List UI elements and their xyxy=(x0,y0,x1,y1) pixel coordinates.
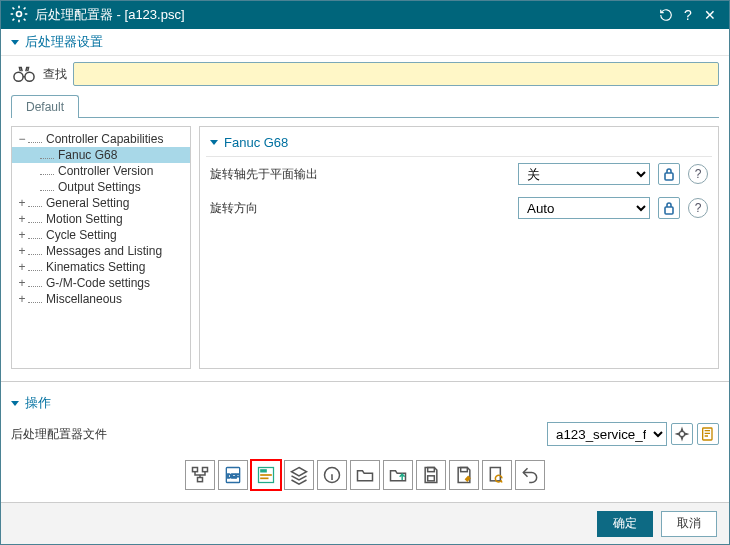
tree-node[interactable]: +Cycle Setting xyxy=(12,227,190,243)
cancel-button[interactable]: 取消 xyxy=(661,511,717,537)
expand-icon[interactable]: + xyxy=(16,212,28,226)
svg-rect-15 xyxy=(260,478,268,480)
flow-icon[interactable] xyxy=(185,460,215,490)
caret-down-icon xyxy=(11,40,19,45)
reload-button[interactable] xyxy=(655,4,677,26)
tree-child-label: Fanuc G68 xyxy=(56,148,119,162)
search-row: 查找 xyxy=(1,56,729,92)
expand-icon[interactable]: + xyxy=(16,244,28,258)
tree-node-label: G-/M-Code settings xyxy=(44,276,152,290)
open-file-button[interactable] xyxy=(697,423,719,445)
caret-down-icon xyxy=(210,140,218,145)
prop-label: 旋转方向 xyxy=(210,200,510,217)
def-icon[interactable]: DEF xyxy=(218,460,248,490)
lock-button[interactable] xyxy=(658,163,680,185)
tab-default[interactable]: Default xyxy=(11,95,79,118)
svg-point-0 xyxy=(17,11,22,16)
window-title: 后处理配置器 - [a123.psc] xyxy=(35,6,655,24)
svg-point-5 xyxy=(679,431,684,436)
prop-label: 旋转轴先于平面输出 xyxy=(210,166,510,183)
tree-root-label: Controller Capabilities xyxy=(44,132,165,146)
revert-icon[interactable] xyxy=(482,460,512,490)
tree-child-label: Controller Version xyxy=(56,164,155,178)
save-icon[interactable] xyxy=(416,460,446,490)
layers-icon[interactable] xyxy=(284,460,314,490)
close-button[interactable]: ✕ xyxy=(699,4,721,26)
file-row: 后处理配置器文件 a123_service_fanuc.t xyxy=(11,416,719,452)
help-icon[interactable]: ? xyxy=(688,198,708,218)
expand-icon[interactable]: + xyxy=(16,228,28,242)
caret-down-icon xyxy=(11,401,19,406)
toolbar: DEF xyxy=(11,452,719,502)
svg-rect-3 xyxy=(665,173,673,180)
help-button[interactable]: ? xyxy=(677,4,699,26)
undo-icon[interactable] xyxy=(515,460,545,490)
expand-icon[interactable]: + xyxy=(16,292,28,306)
tree-node-label: General Setting xyxy=(44,196,131,210)
collapse-icon[interactable]: − xyxy=(16,132,28,146)
svg-rect-9 xyxy=(198,478,203,482)
tree-node-root[interactable]: − Controller Capabilities xyxy=(12,131,190,147)
tree-node[interactable]: +Motion Setting xyxy=(12,211,190,227)
svg-rect-8 xyxy=(203,468,208,472)
tabs: Default xyxy=(1,94,729,117)
titlebar: 后处理配置器 - [a123.psc] ? ✕ xyxy=(1,1,729,29)
prop-row-rotation-direction: 旋转方向 Auto ? xyxy=(206,191,712,225)
settings-header-label: 后处理器设置 xyxy=(25,33,103,51)
svg-point-1 xyxy=(14,72,23,81)
tree-node[interactable]: +Messages and Listing xyxy=(12,243,190,259)
prop-row-rotation-before-plane: 旋转轴先于平面输出 关 ? xyxy=(206,157,712,191)
folder-export-icon[interactable] xyxy=(383,460,413,490)
footer: 确定 取消 xyxy=(1,502,729,544)
tree-node-label: Motion Setting xyxy=(44,212,125,226)
tree-node[interactable]: +Kinematics Setting xyxy=(12,259,190,275)
svg-text:DEF: DEF xyxy=(227,473,239,479)
tree-node[interactable]: +Miscellaneous xyxy=(12,291,190,307)
tree[interactable]: − Controller Capabilities Fanuc G68 Cont… xyxy=(11,126,191,369)
rotation-direction-select[interactable]: Auto xyxy=(518,197,650,219)
detail-panel: Fanuc G68 旋转轴先于平面输出 关 ? 旋转方向 Auto ? xyxy=(199,126,719,369)
tree-node-label: Miscellaneous xyxy=(44,292,124,306)
tree-node[interactable]: +G-/M-Code settings xyxy=(12,275,190,291)
svg-rect-13 xyxy=(260,469,267,472)
info-icon[interactable] xyxy=(317,460,347,490)
svg-point-2 xyxy=(25,72,34,81)
save-as-icon[interactable] xyxy=(449,460,479,490)
ops-header-label: 操作 xyxy=(25,394,51,412)
help-icon[interactable]: ? xyxy=(688,164,708,184)
svg-rect-14 xyxy=(260,474,272,476)
svg-rect-7 xyxy=(193,468,198,472)
expand-icon[interactable]: + xyxy=(16,260,28,274)
expand-icon[interactable]: + xyxy=(16,276,28,290)
tree-node-output-settings[interactable]: Output Settings xyxy=(12,179,190,195)
postprocessor-file-select[interactable]: a123_service_fanuc.t xyxy=(547,422,667,446)
svg-rect-19 xyxy=(461,468,468,472)
folder-icon[interactable] xyxy=(350,460,380,490)
file-label: 后处理配置器文件 xyxy=(11,426,351,443)
detail-title: Fanuc G68 xyxy=(224,135,288,150)
tree-node-label: Cycle Setting xyxy=(44,228,119,242)
ok-button[interactable]: 确定 xyxy=(597,511,653,537)
svg-rect-17 xyxy=(428,468,435,472)
tree-node-fanuc-g68[interactable]: Fanuc G68 xyxy=(12,147,190,163)
settings-section-header[interactable]: 后处理器设置 xyxy=(1,29,729,56)
svg-rect-4 xyxy=(665,207,673,214)
tree-node-label: Messages and Listing xyxy=(44,244,164,258)
search-label: 查找 xyxy=(43,66,67,83)
lock-button[interactable] xyxy=(658,197,680,219)
search-input[interactable] xyxy=(73,62,719,86)
gear-icon xyxy=(9,4,29,27)
expand-icon[interactable]: + xyxy=(16,196,28,210)
tree-node-controller-version[interactable]: Controller Version xyxy=(12,163,190,179)
ops-section-header[interactable]: 操作 xyxy=(11,390,719,416)
binoculars-icon xyxy=(11,64,37,84)
tree-node[interactable]: +General Setting xyxy=(12,195,190,211)
edit-file-button[interactable] xyxy=(671,423,693,445)
tree-node-label: Kinematics Setting xyxy=(44,260,147,274)
svg-rect-18 xyxy=(428,476,435,481)
tree-child-label: Output Settings xyxy=(56,180,143,194)
detail-header[interactable]: Fanuc G68 xyxy=(206,133,712,157)
rotation-before-plane-select[interactable]: 关 xyxy=(518,163,650,185)
highlight-icon[interactable] xyxy=(251,460,281,490)
